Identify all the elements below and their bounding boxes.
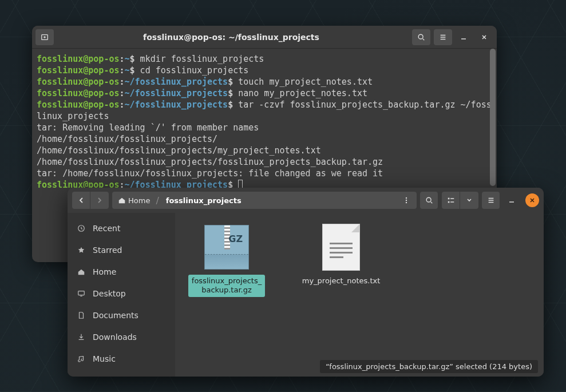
terminal-close-button[interactable] — [475, 29, 493, 45]
sidebar-item-recent[interactable]: Recent — [68, 217, 175, 239]
status-bar: “fosslinux_projects_backup.tar.gz” selec… — [320, 360, 538, 373]
terminal-title: fosslinux@pop-os: ~/fosslinux_projects — [54, 33, 409, 42]
hamburger-menu-button[interactable] — [482, 192, 500, 209]
sidebar-item-label: Documents — [93, 311, 138, 320]
output-line: tar: Removing leading `/' from member na… — [37, 122, 259, 133]
file-item-text[interactable]: my_project_notes.txt — [301, 223, 381, 287]
chevron-left-icon — [78, 197, 85, 204]
terminal-titlebar: fosslinux@pop-os: ~/fosslinux_projects — [32, 26, 497, 49]
desktop-icon — [77, 290, 86, 298]
chevron-right-icon — [96, 197, 103, 204]
svg-point-1 — [418, 34, 423, 39]
svg-point-5 — [426, 197, 431, 202]
new-tab-icon — [41, 33, 49, 41]
file-item-archive[interactable]: GZ fosslinux_projects_backup.tar.gz — [187, 223, 267, 297]
new-tab-button[interactable] — [35, 29, 54, 45]
pathbar-menu-button[interactable] — [398, 193, 414, 207]
file-label: fosslinux_projects_backup.tar.gz — [188, 275, 265, 297]
output-line: /home/fosslinux/fosslinux_projects/my_pr… — [37, 145, 321, 156]
output-line: /home/fosslinux/fosslinux_projects/ — [37, 134, 217, 144]
music-icon — [77, 355, 86, 363]
output-line: tar: /home/fosslinux/fosslinux_projects:… — [37, 168, 383, 179]
nav-forward-button[interactable] — [90, 192, 109, 209]
star-icon — [77, 246, 86, 254]
terminal-search-button[interactable] — [412, 29, 430, 45]
breadcrumb-home[interactable]: Home — [114, 193, 153, 207]
search-icon — [417, 33, 425, 41]
sidebar-item-home[interactable]: Home — [68, 261, 175, 283]
breadcrumb: Home / fosslinux_projects — [112, 192, 417, 209]
document-icon — [77, 311, 86, 319]
minimize-icon — [508, 197, 515, 204]
cmd-line: cd fosslinux_projects — [135, 65, 249, 76]
prompt-path: ~/fosslinux_projects — [125, 77, 228, 87]
kebab-icon — [403, 197, 410, 204]
cmd-line: touch my_project_notes.txt — [233, 77, 373, 87]
archive-icon: GZ — [203, 223, 251, 271]
file-close-button[interactable] — [525, 193, 539, 207]
file-search-button[interactable] — [420, 192, 438, 209]
terminal-minimize-button[interactable] — [454, 29, 473, 45]
list-view-icon — [447, 196, 455, 204]
sidebar: Recent Starred Home Desktop Documents Do… — [68, 213, 175, 377]
terminal-menu-button[interactable] — [434, 29, 452, 45]
home-icon — [118, 196, 126, 204]
svg-point-2 — [406, 197, 407, 199]
file-manager-window: Home / fosslinux_projects — [68, 188, 544, 377]
minimize-icon — [460, 34, 467, 41]
home-icon — [77, 268, 86, 276]
hamburger-icon — [487, 196, 495, 204]
file-label: my_project_notes.txt — [299, 275, 384, 287]
svg-rect-6 — [448, 198, 449, 200]
chevron-down-icon — [466, 197, 472, 203]
sidebar-item-label: Downloads — [93, 332, 137, 342]
cmd-line: nano my_project_notes.txt — [233, 88, 367, 98]
prompt-user: fosslinux@pop-os — [37, 54, 120, 64]
sidebar-item-label: Starred — [93, 246, 122, 255]
sidebar-item-starred[interactable]: Starred — [68, 239, 175, 261]
terminal-scrollbar[interactable] — [490, 49, 496, 186]
cmd-line: mkdir fosslinux_projects — [135, 54, 264, 64]
svg-rect-9 — [78, 291, 85, 295]
search-icon — [425, 196, 433, 204]
download-icon — [77, 333, 86, 341]
sidebar-item-music[interactable]: Music — [68, 348, 175, 370]
clock-icon — [77, 224, 86, 232]
sidebar-item-label: Home — [93, 267, 116, 276]
view-dropdown-button[interactable] — [460, 192, 478, 209]
sidebar-item-desktop[interactable]: Desktop — [68, 283, 175, 304]
view-mode-button[interactable] — [442, 192, 460, 209]
output-line: /home/fosslinux/fosslinux_projects/fossl… — [37, 157, 383, 167]
svg-rect-7 — [448, 201, 449, 203]
file-grid[interactable]: GZ fosslinux_projects_backup.tar.gz my_p… — [175, 213, 544, 377]
breadcrumb-separator: / — [156, 195, 159, 206]
sidebar-item-label: Recent — [93, 224, 120, 233]
file-minimize-button[interactable] — [504, 192, 520, 208]
sidebar-item-downloads[interactable]: Downloads — [68, 326, 175, 348]
hamburger-icon — [439, 33, 447, 41]
sidebar-item-documents[interactable]: Documents — [68, 304, 175, 326]
prompt-home: ~ — [125, 54, 130, 64]
sidebar-item-label: Desktop — [93, 289, 126, 298]
close-icon — [529, 197, 535, 203]
breadcrumb-home-label: Home — [128, 196, 150, 205]
file-manager-header: Home / fosslinux_projects — [68, 188, 544, 213]
svg-point-4 — [406, 202, 407, 203]
close-icon — [481, 34, 488, 41]
breadcrumb-current[interactable]: fosslinux_projects — [161, 196, 246, 205]
svg-point-3 — [406, 200, 407, 201]
sidebar-item-label: Music — [93, 354, 116, 363]
nav-back-button[interactable] — [72, 192, 90, 209]
text-file-icon — [317, 223, 365, 271]
gz-badge: GZ — [228, 233, 243, 244]
